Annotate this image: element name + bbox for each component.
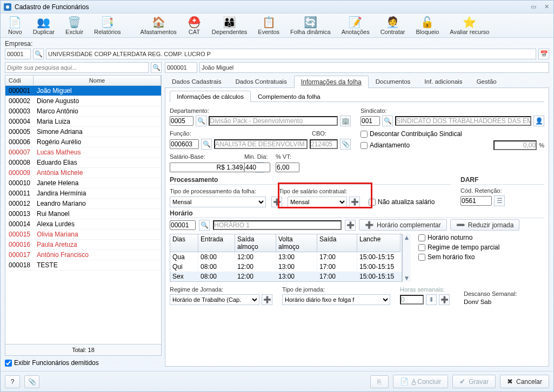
cbo-icon[interactable]: 📎 xyxy=(340,139,351,150)
hor-search-icon[interactable]: 🔍 xyxy=(199,220,210,231)
hs-label: Horas semanais: xyxy=(400,286,454,293)
dept-search-icon[interactable]: 🔍 xyxy=(196,116,206,126)
reduzir-jornada-button[interactable]: ➖Reduzir jornada xyxy=(450,219,520,231)
close-button[interactable]: ✕ xyxy=(543,3,550,11)
cbo-value xyxy=(310,139,338,149)
tab-adicionais[interactable]: Inf. adicionais xyxy=(417,76,469,88)
duplicar-button[interactable]: 👥Duplicar xyxy=(28,15,60,36)
gravar-button[interactable]: ✔Gravar xyxy=(452,375,496,388)
tab-documentos[interactable]: Documentos xyxy=(369,76,418,88)
sal-contr-label: Tipo de salário contratual: xyxy=(279,188,347,194)
employee-row[interactable]: 000003Marco Antônio xyxy=(5,106,161,117)
tab-contratuais[interactable]: Dados Contratuais xyxy=(228,76,293,88)
darf-lookup-icon[interactable]: ☰ xyxy=(494,195,505,206)
chk-sem-horario-fixo[interactable]: Sem horário fixo xyxy=(418,253,499,261)
excluir-button[interactable]: 🗑️Excluir xyxy=(60,15,89,36)
rej-select[interactable]: Horário de Trabalho (Cap. xyxy=(170,294,259,305)
cancelar-button[interactable]: ✖Cancelar xyxy=(500,375,549,388)
folha-dinamica-button[interactable]: 🔄Folha dinâmica xyxy=(285,15,336,36)
show-dismissed-checkbox[interactable]: Exibir Funcionários demitidos xyxy=(5,359,162,367)
vt-input[interactable] xyxy=(276,163,299,172)
sal-contr-add-icon[interactable]: ➕ xyxy=(349,197,360,207)
employee-grid[interactable]: 000001João Miguel000002Dione Augusto0000… xyxy=(5,86,162,344)
dept-code[interactable] xyxy=(170,116,193,126)
minimize-button[interactable]: ▭ xyxy=(530,3,537,11)
sal-contr-select[interactable]: Mensal xyxy=(288,197,347,207)
chk-nao-atualiza[interactable]: Não atualiza salário xyxy=(369,198,435,206)
employee-row[interactable]: 000008Eduardo Elias xyxy=(5,158,161,168)
eventos-button[interactable]: 📋Eventos xyxy=(252,15,285,36)
dept-name xyxy=(209,116,338,126)
avaliar-button[interactable]: ⭐Avaliar recurso xyxy=(444,15,495,36)
sind-icon[interactable]: 👤 xyxy=(533,116,544,126)
min-input[interactable] xyxy=(244,163,270,172)
sind-code[interactable] xyxy=(361,116,380,126)
sal-input[interactable] xyxy=(170,163,253,172)
empresa-search-icon[interactable]: 🔍 xyxy=(33,49,44,59)
chk-desc-sindical[interactable]: Descontar Contribuição Sindical xyxy=(361,130,544,138)
employee-row[interactable]: 000001João Miguel xyxy=(5,86,161,96)
search-input[interactable] xyxy=(5,62,149,73)
darf-title: DARF xyxy=(460,176,544,185)
contratar-button[interactable]: 🧑‍💼Contratar xyxy=(375,15,411,36)
employee-row[interactable]: 000010Janete Helena xyxy=(5,178,161,188)
tab-gestao[interactable]: Gestão xyxy=(470,76,504,88)
hor-code[interactable] xyxy=(170,220,196,230)
employee-row[interactable]: 000004Maria Luiza xyxy=(5,117,161,127)
tjo-select[interactable]: Horário diário fixo e folga f xyxy=(282,294,390,305)
window-title: Cadastro de Funcionários xyxy=(15,3,89,11)
employee-row[interactable]: 000014Alexa Lurdes xyxy=(5,219,161,229)
hor-refresh-icon[interactable]: ➕ xyxy=(345,220,356,231)
darf-label: Cód. Retenção: xyxy=(460,187,544,194)
schedule-row[interactable]: Qui08:0012:0013:0017:0015:00-15:15 xyxy=(170,262,402,272)
sched-scrollbar[interactable]: ▲▼ xyxy=(402,234,411,282)
cat-button[interactable]: ⛑️CAT xyxy=(182,15,206,36)
employee-row[interactable]: 000016Paula Aretuza xyxy=(5,240,161,250)
anotacoes-button[interactable]: 📝Anotações xyxy=(336,15,375,36)
tab-folha[interactable]: Informações da folha xyxy=(294,76,369,88)
relatorios-button[interactable]: 📑Relatórios xyxy=(89,15,126,36)
darf-input[interactable] xyxy=(460,196,492,206)
dept-link-icon[interactable]: 🏢 xyxy=(340,116,351,126)
help-button[interactable]: ? xyxy=(5,375,20,388)
hs-add-icon: ➕ xyxy=(439,294,450,305)
employee-row[interactable]: 000005Simone Adriana xyxy=(5,127,161,137)
novo-button[interactable]: 📄Novo xyxy=(3,15,28,36)
employee-row[interactable]: 000012Leandro Mariano xyxy=(5,199,161,209)
chk-adiantamento[interactable]: Adiantamento xyxy=(361,141,410,149)
proc-tipo-select[interactable]: Mensal xyxy=(170,197,266,207)
empresa-code-input[interactable] xyxy=(5,49,31,59)
adi-pct: % xyxy=(539,142,544,148)
employee-row[interactable]: 000015Olivia Mariana xyxy=(5,229,161,240)
chk-horario-noturno[interactable]: Horário noturno xyxy=(418,234,499,241)
sind-search-icon[interactable]: 🔍 xyxy=(382,116,393,126)
afastamentos-button[interactable]: 🏠Afastamentos xyxy=(135,15,182,36)
employee-row[interactable]: 000009Antônia Michele xyxy=(5,168,161,178)
schedule-row[interactable]: Qua08:0012:0013:0017:0015:00-15:15 xyxy=(170,252,402,262)
search-icon[interactable]: 🔍 xyxy=(151,62,162,73)
subtab-complemento[interactable]: Complemento da folha xyxy=(251,91,328,102)
func-code[interactable] xyxy=(170,139,199,149)
func-search-icon[interactable]: 🔍 xyxy=(201,139,212,150)
tab-cadastrais[interactable]: Dados Cadastrais xyxy=(165,76,228,88)
employee-row[interactable]: 000013Rui Manoel xyxy=(5,209,161,219)
employee-row[interactable]: 000011Jandira Hermínia xyxy=(5,188,161,199)
employee-row[interactable]: 000002Dione Augusto xyxy=(5,96,161,106)
chk-tempo-parcial[interactable]: Regime de tempo parcial xyxy=(418,244,499,251)
bloqueio-button[interactable]: 🔓Bloqueio xyxy=(411,15,445,36)
hor-name xyxy=(213,220,342,230)
prev-button[interactable]: ⎘ xyxy=(370,375,389,388)
dependentes-button[interactable]: 👨‍👩‍👦Dependentes xyxy=(206,15,252,36)
hor-complementar-button[interactable]: ➕Horário complementar xyxy=(359,219,447,231)
subtab-calculos[interactable]: Informações de cálculos xyxy=(170,91,251,102)
employee-row[interactable]: 000017Antônio Francisco xyxy=(5,250,161,260)
proc-add-icon[interactable]: ➕ xyxy=(271,197,282,207)
employee-row[interactable]: 000007Lucas Matheus xyxy=(5,147,161,158)
rej-add-icon[interactable]: ➕ xyxy=(262,294,272,305)
schedule-row[interactable]: Sex08:0012:0013:0017:0015:00-15:15 xyxy=(170,272,402,281)
calendar-icon[interactable]: 📅 xyxy=(538,49,549,59)
employee-row[interactable]: 000018TESTE xyxy=(5,260,161,271)
attach-button[interactable]: 📎 xyxy=(24,375,39,388)
employee-row[interactable]: 000006Rogério Aurélio xyxy=(5,137,161,147)
concluir-button[interactable]: 📄A A ConcluirConcluir xyxy=(393,375,449,388)
